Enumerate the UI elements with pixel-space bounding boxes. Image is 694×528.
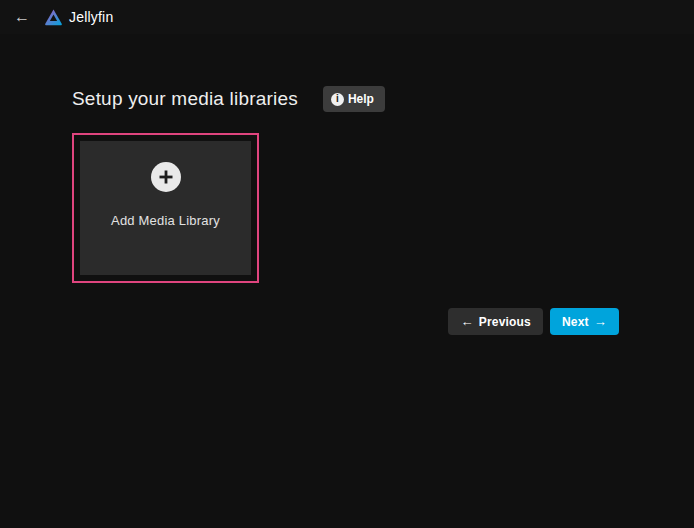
- setup-wizard-screen: ← Jellyfin Setup your media libra: [0, 0, 694, 528]
- back-arrow-icon[interactable]: ←: [10, 5, 34, 29]
- jellyfin-logo-icon: [44, 8, 63, 27]
- add-media-library-card-body: Add Media Library: [80, 141, 251, 275]
- previous-button-label: Previous: [479, 315, 531, 329]
- info-icon: i: [331, 93, 344, 106]
- wizard-content: Setup your media libraries i Help Add Me…: [0, 86, 694, 335]
- wizard-nav-buttons: ← Previous Next →: [72, 308, 622, 335]
- next-button[interactable]: Next →: [550, 308, 619, 335]
- add-media-library-card[interactable]: Add Media Library: [72, 133, 259, 283]
- arrow-left-icon: ←: [460, 315, 473, 328]
- brand: Jellyfin: [44, 8, 113, 27]
- page-title: Setup your media libraries: [72, 88, 298, 110]
- help-button[interactable]: i Help: [323, 86, 385, 112]
- plus-icon: [151, 162, 181, 192]
- top-app-bar: ← Jellyfin: [0, 0, 694, 34]
- previous-button[interactable]: ← Previous: [448, 308, 543, 335]
- add-media-library-label: Add Media Library: [111, 213, 220, 228]
- arrow-right-icon: →: [594, 315, 607, 328]
- help-button-label: Help: [348, 92, 374, 106]
- title-row: Setup your media libraries i Help: [72, 86, 622, 112]
- app-title: Jellyfin: [69, 9, 113, 25]
- next-button-label: Next: [562, 315, 589, 329]
